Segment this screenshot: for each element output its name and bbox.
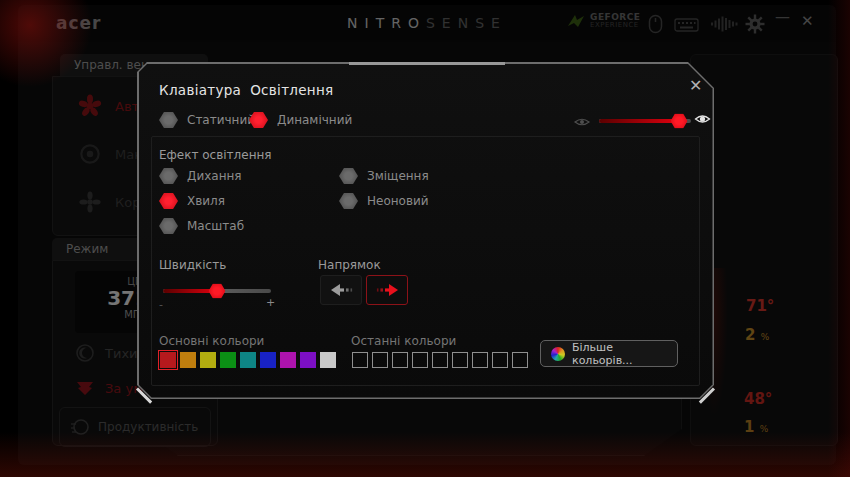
photo-glow [0,0,100,90]
arrow-left-icon [328,283,355,297]
speed-label: Швидкість [159,258,226,272]
recent-color-slot[interactable] [512,352,528,368]
recent-color-slot[interactable] [492,352,508,368]
nitrosense-window: acer NITROSENSE GEFORCE EXPERIENCE [0,0,850,477]
recent-color-slot[interactable] [472,352,488,368]
effect-shifting[interactable]: Зміщення [339,168,429,184]
color-swatch[interactable] [180,352,196,368]
speed-minus[interactable]: - [159,298,163,311]
dialog-top-accent [349,62,505,65]
radio-hex-icon [159,218,178,234]
effect-section-label: Ефект освітлення [159,148,272,162]
brightness-bright-icon [694,111,711,130]
radio-hex-icon [339,168,358,184]
recent-colors-label: Останні кольори [351,334,456,348]
dialog-close-button[interactable]: ✕ [689,76,702,95]
color-swatch[interactable] [280,352,296,368]
radio-dynamic[interactable]: Динамічний [249,112,352,128]
effect-zoom[interactable]: Масштаб [159,218,244,234]
radio-static[interactable]: Статичний [159,112,255,128]
color-wheel-icon [551,347,565,361]
recent-color-slot[interactable] [372,352,388,368]
effect-breathing[interactable]: Дихання [159,168,242,184]
color-swatch[interactable] [240,352,256,368]
radio-hex-icon [159,112,178,128]
more-colors-button[interactable]: Більше кольорів... [540,340,678,367]
arrow-right-icon [374,283,401,297]
color-swatch[interactable] [260,352,276,368]
keyboard-lighting-dialog: КлавіатураОсвітлення ✕ Статичний Динаміч… [137,62,714,399]
recent-color-slot[interactable] [452,352,468,368]
brightness-dim-icon [574,113,590,132]
recent-color-slot[interactable] [392,352,408,368]
brightness-slider[interactable] [599,119,691,123]
radio-hex-icon [339,193,358,209]
recent-color-slot[interactable] [412,352,428,368]
color-swatch[interactable] [160,352,176,368]
radio-hex-icon [249,112,268,128]
direction-label: Напрямок [318,258,381,272]
color-swatch[interactable] [320,352,336,368]
radio-hex-icon [159,168,178,184]
color-swatch[interactable] [300,352,316,368]
speed-slider[interactable] [163,289,271,293]
dialog-title: КлавіатураОсвітлення [159,82,334,98]
basic-colors-label: Основні кольори [159,334,264,348]
color-swatch[interactable] [220,352,236,368]
direction-right-button[interactable] [366,275,408,305]
basic-colors-row [160,352,336,368]
brightness-fill [599,119,679,123]
speed-plus[interactable]: + [266,296,275,309]
radio-hex-icon [159,193,178,209]
direction-left-button[interactable] [320,275,362,305]
effect-neon[interactable]: Неоновий [339,193,429,209]
color-swatch[interactable] [200,352,216,368]
effect-wave[interactable]: Хвиля [159,193,225,209]
photo-glow [828,0,850,477]
photo-glow [0,432,850,477]
recent-color-slot[interactable] [352,352,368,368]
recent-colors-row [352,352,528,368]
recent-color-slot[interactable] [432,352,448,368]
